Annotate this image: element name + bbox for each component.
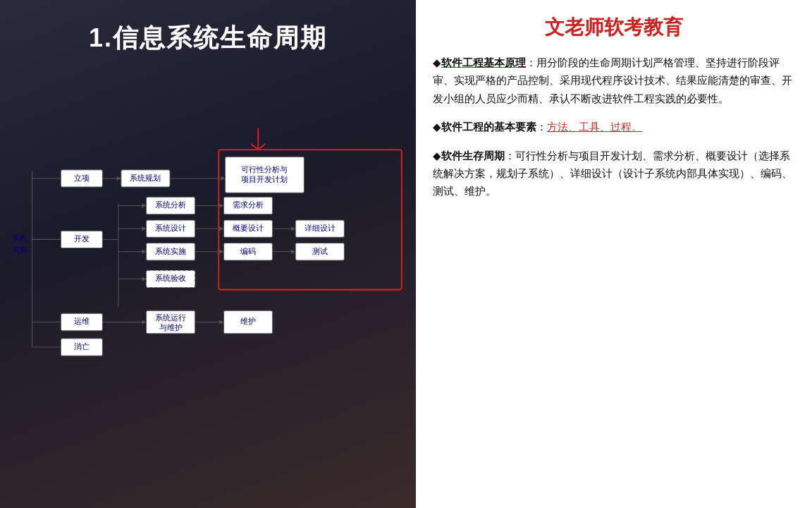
- svg-text:消亡: 消亡: [74, 342, 90, 351]
- svg-marker-53: [291, 250, 295, 254]
- section-title-1: 软件工程基本原理: [441, 57, 526, 68]
- svg-text:系统规划: 系统规划: [130, 174, 161, 182]
- diagram-area: 系统 周期 立项 系统规划: [7, 78, 409, 452]
- colon-2: ：: [536, 121, 547, 133]
- section-title-2: 软件工程的基本要素: [441, 121, 536, 133]
- svg-text:编码: 编码: [240, 247, 256, 255]
- svg-marker-68: [219, 320, 223, 324]
- svg-marker-25: [142, 203, 146, 207]
- bullet-1: ◆: [433, 56, 441, 68]
- svg-marker-12: [117, 176, 121, 181]
- svg-marker-45: [142, 250, 146, 254]
- svg-text:周期: 周期: [12, 246, 27, 254]
- svg-text:系统验收: 系统验收: [155, 274, 186, 282]
- svg-marker-33: [142, 226, 146, 231]
- svg-text:系统设计: 系统设计: [155, 224, 186, 232]
- svg-marker-49: [219, 250, 223, 254]
- svg-text:维护: 维护: [240, 317, 256, 325]
- svg-text:系统实施: 系统实施: [155, 247, 186, 255]
- svg-marker-41: [291, 226, 295, 231]
- bullet-2: ◆: [433, 121, 441, 133]
- right-panel-title: 文老师软考教育: [433, 14, 795, 41]
- elements-text: 方法、工具、过程。: [547, 121, 642, 133]
- svg-text:系统分析: 系统分析: [155, 200, 186, 209]
- section-software-engineering-elements: ◆软件工程的基本要素：方法、工具、过程。: [433, 118, 795, 136]
- lifecycle-diagram: 系统 周期 立项 系统规划: [7, 78, 409, 452]
- bullet-3: ◆: [433, 150, 441, 162]
- svg-text:运维: 运维: [74, 317, 90, 325]
- left-title: 1.信息系统生命周期: [0, 0, 416, 70]
- section-title-3: 软件生存周期: [441, 150, 505, 162]
- svg-marker-16: [221, 176, 225, 181]
- svg-text:项目开发计划: 项目开发计划: [241, 175, 288, 183]
- svg-text:开发: 开发: [74, 234, 90, 243]
- svg-text:详细设计: 详细设计: [304, 224, 336, 232]
- section-software-lifecycle: ◆软件生存周期：可行性分析与项目开发计划、需求分析、概要设计（选择系统解决方案，…: [433, 147, 795, 201]
- svg-marker-29: [219, 203, 223, 207]
- right-panel: 文老师软考教育 ◆软件工程基本原理：用分阶段的生命周期计划严格管理、坚持进行阶段…: [416, 0, 812, 508]
- svg-text:需求分析: 需求分析: [233, 200, 264, 209]
- svg-text:测试: 测试: [312, 247, 328, 255]
- svg-text:可行性分析与: 可行性分析与: [241, 165, 288, 174]
- svg-marker-63: [142, 320, 146, 324]
- svg-marker-57: [142, 277, 146, 281]
- svg-text:与维护: 与维护: [159, 323, 183, 332]
- section-software-engineering-principles: ◆软件工程基本原理：用分阶段的生命周期计划严格管理、坚持进行阶段评审、实现严格的…: [433, 54, 795, 108]
- svg-text:系统: 系统: [12, 234, 27, 243]
- svg-text:概要设计: 概要设计: [233, 224, 264, 232]
- left-panel: 1.信息系统生命周期 系统 周期 立项: [0, 0, 416, 508]
- svg-text:立项: 立项: [74, 174, 90, 182]
- svg-marker-37: [219, 226, 223, 231]
- svg-text:系统运行: 系统运行: [155, 313, 186, 322]
